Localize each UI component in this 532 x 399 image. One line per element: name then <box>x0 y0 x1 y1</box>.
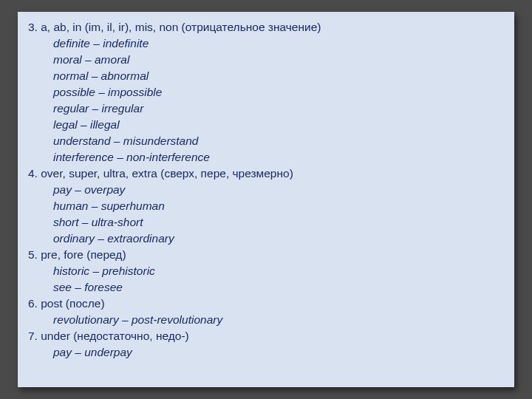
group-title: under (недостаточно, недо-) <box>41 330 188 342</box>
group-title: pre, fore (перед) <box>41 248 126 261</box>
example-line: pay – underpay <box>28 344 504 361</box>
group-heading: 4. over, super, ultra, extra (сверх, пер… <box>28 166 504 182</box>
prefix-list: 3. a, ab, in (im, il, ir), mis, non (отр… <box>28 19 504 361</box>
prefix-group: 6. post (после)revolutionary – post-revo… <box>28 296 504 328</box>
content-card: 3. a, ab, in (im, il, ir), mis, non (отр… <box>18 12 514 387</box>
example-line: pay – overpay <box>28 182 504 198</box>
example-line: interference – non-interference <box>28 149 504 166</box>
example-line: legal – illegal <box>28 117 504 133</box>
group-number: 5. <box>28 248 38 261</box>
group-title: a, ab, in (im, il, ir), mis, non (отрица… <box>41 21 321 33</box>
example-line: short – ultra-short <box>28 214 504 231</box>
prefix-group: 5. pre, fore (перед)historic – prehistor… <box>28 247 504 296</box>
group-heading: 7. under (недостаточно, недо-) <box>28 328 504 344</box>
prefix-group: 3. a, ab, in (im, il, ir), mis, non (отр… <box>28 19 504 166</box>
prefix-group: 7. under (недостаточно, недо-)pay – unde… <box>28 328 504 361</box>
group-number: 4. <box>28 167 38 180</box>
example-line: see – foresee <box>28 279 504 296</box>
example-line: moral – amoral <box>28 52 504 68</box>
prefix-group: 4. over, super, ultra, extra (сверх, пер… <box>28 166 504 247</box>
group-title: over, super, ultra, extra (сверх, пере, … <box>41 167 293 180</box>
group-title: post (после) <box>41 297 104 310</box>
group-heading: 3. a, ab, in (im, il, ir), mis, non (отр… <box>28 19 504 35</box>
example-line: human – superhuman <box>28 198 504 214</box>
example-line: regular – irregular <box>28 100 504 117</box>
group-number: 6. <box>28 297 38 310</box>
example-line: historic – prehistoric <box>28 263 504 279</box>
group-heading: 5. pre, fore (перед) <box>28 247 504 263</box>
example-line: revolutionary – post-revolutionary <box>28 312 504 328</box>
group-number: 7. <box>28 330 38 342</box>
example-line: possible – impossible <box>28 84 504 100</box>
example-line: understand – misunderstand <box>28 133 504 149</box>
example-line: definite – indefinite <box>28 35 504 52</box>
example-line: ordinary – extraordinary <box>28 231 504 247</box>
example-line: normal – abnormal <box>28 68 504 84</box>
group-number: 3. <box>28 21 38 33</box>
group-heading: 6. post (после) <box>28 296 504 312</box>
